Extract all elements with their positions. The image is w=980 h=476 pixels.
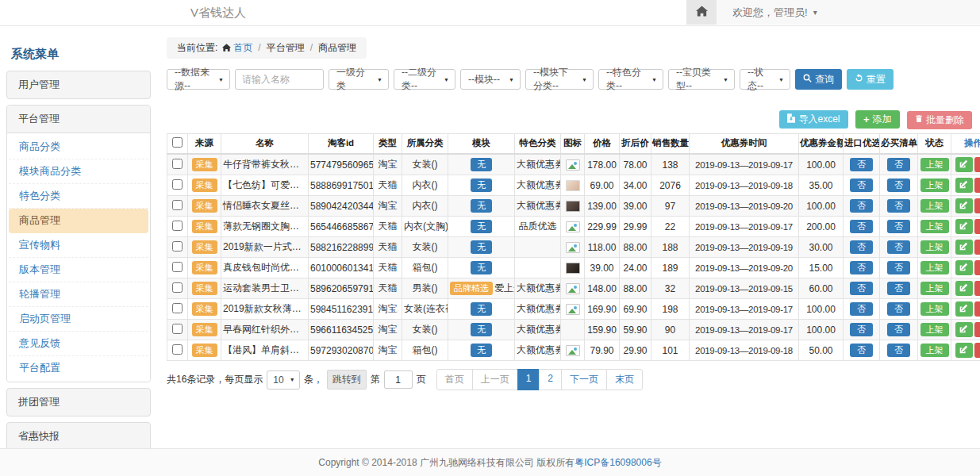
must-buy-toggle[interactable]: 否 [887,282,910,296]
import-select-toggle[interactable]: 否 [850,282,873,296]
sidebar-item-label[interactable]: 特色分类 [9,184,148,208]
delete-button[interactable] [974,198,980,213]
module-badge[interactable]: 无 [471,261,492,275]
row-checkbox[interactable] [172,344,183,355]
import-select-toggle[interactable]: 否 [850,323,873,337]
import-select-toggle[interactable]: 否 [850,199,873,213]
filter-category2-select[interactable]: --二级分类--▼ [394,69,455,90]
module-badge[interactable]: 无 [471,199,492,213]
row-checkbox[interactable] [172,324,183,334]
sidebar-item-label[interactable]: 平台配置 [9,356,148,380]
module-badge[interactable]: 无 [471,323,492,337]
import-select-toggle[interactable]: 否 [850,178,873,193]
status-button[interactable]: 上架 [920,261,949,275]
page-2-button[interactable]: 2 [539,369,562,390]
sidebar-item-label[interactable]: 启动页管理 [9,307,148,331]
module-badge[interactable]: 无 [471,158,492,172]
must-buy-toggle[interactable]: 否 [887,178,910,193]
edit-button[interactable] [955,301,973,317]
module-badge[interactable]: 无 [471,240,492,255]
select-all-checkbox[interactable] [172,137,183,148]
import-select-toggle[interactable]: 否 [850,344,873,358]
search-button[interactable]: 查询 [795,69,842,90]
import-select-toggle[interactable]: 否 [850,158,873,172]
last-page-button[interactable]: 末页 [606,369,643,390]
next-page-button[interactable]: 下一页 [561,369,607,390]
module-badge[interactable]: 无 [471,220,492,234]
row-checkbox[interactable] [172,159,183,169]
filter-module-select[interactable]: --模块--▼ [460,69,521,90]
first-page-button[interactable]: 首页 [436,369,473,390]
module-badge[interactable]: 品牌精选 [450,282,493,296]
page-1-button[interactable]: 1 [517,369,540,390]
edit-button[interactable] [955,178,973,193]
name-search-input[interactable] [235,69,324,90]
reset-button[interactable]: 重置 [847,69,894,90]
sidebar-item-label[interactable]: 商品管理 [9,209,148,232]
delete-button[interactable] [974,301,980,317]
must-buy-toggle[interactable]: 否 [887,240,910,255]
status-button[interactable]: 上架 [920,240,949,255]
sidebar-item-goods-management[interactable]: 商品管理 [9,209,148,233]
per-page-select[interactable]: 10▼ [267,370,299,390]
sidebar-panel-saving-express[interactable]: 省惠快报 [6,422,151,448]
sidebar-item-version-management[interactable]: 版本管理 [9,258,148,282]
must-buy-toggle[interactable]: 否 [887,199,910,213]
sidebar-item-module-goods-category[interactable]: 模块商品分类 [9,159,148,184]
delete-button[interactable] [974,343,980,358]
sidebar-item-feature-category[interactable]: 特色分类 [9,184,148,209]
row-checkbox[interactable] [172,241,183,251]
sidebar-item-promo-materials[interactable]: 宣传物料 [9,233,148,258]
sidebar-item-goods-category[interactable]: 商品分类 [9,135,148,159]
delete-button[interactable] [974,281,980,296]
sidebar-panel-label[interactable]: 拼团管理 [7,389,150,416]
sidebar-item-label[interactable]: 模块商品分类 [9,159,148,183]
status-button[interactable]: 上架 [920,158,949,172]
breadcrumb-home-link[interactable]: 首页 [233,42,252,53]
row-checkbox[interactable] [172,262,183,272]
import-select-toggle[interactable]: 否 [850,220,873,234]
sidebar-panel-user-management[interactable]: 用户管理 [6,71,151,99]
sidebar-item-label[interactable]: 意见反馈 [9,332,148,355]
delete-button[interactable] [974,219,980,234]
must-buy-toggle[interactable]: 否 [887,220,910,234]
add-button[interactable]: +添加 [855,110,900,129]
sidebar-panel-label[interactable]: 平台管理 [7,106,150,133]
batch-delete-button[interactable]: 批量删除 [907,111,972,129]
edit-button[interactable] [955,198,973,213]
prev-page-button[interactable]: 上一页 [472,369,518,390]
row-checkbox[interactable] [172,179,183,190]
must-buy-toggle[interactable]: 否 [887,158,910,172]
delete-button[interactable] [974,178,980,193]
delete-button[interactable] [974,240,980,255]
delete-button[interactable] [974,322,980,337]
status-button[interactable]: 上架 [920,199,949,213]
status-button[interactable]: 上架 [920,178,949,193]
must-buy-toggle[interactable]: 否 [887,302,910,317]
module-badge[interactable]: 无 [471,344,492,358]
must-buy-toggle[interactable]: 否 [887,344,910,358]
row-checkbox[interactable] [172,282,183,293]
sidebar-item-carousel-management[interactable]: 轮播管理 [9,282,148,307]
sidebar-panel-label[interactable]: 省惠快报 [7,423,150,448]
status-button[interactable]: 上架 [920,302,949,317]
edit-button[interactable] [955,219,973,234]
jump-button[interactable]: 跳转到 [327,370,367,390]
filter-status-select[interactable]: --状态--▼ [740,69,790,90]
row-checkbox[interactable] [172,221,183,231]
delete-button[interactable] [974,157,980,172]
sidebar-panel-group-buy[interactable]: 拼团管理 [6,388,151,416]
status-button[interactable]: 上架 [920,323,949,337]
row-checkbox[interactable] [172,303,183,313]
sidebar-item-label[interactable]: 商品分类 [9,135,148,159]
sidebar-panel-label[interactable]: 用户管理 [7,71,150,98]
user-menu[interactable]: 欢迎您，管理员! ▾ [717,0,817,25]
edit-button[interactable] [955,157,973,172]
edit-button[interactable] [955,260,973,275]
filter-category1-select[interactable]: 一级分类▼ [329,69,389,90]
sidebar-item-label[interactable]: 宣传物料 [9,233,148,257]
sidebar-item-label[interactable]: 轮播管理 [9,282,148,306]
icp-link[interactable]: 粤ICP备16098006号 [575,457,661,468]
module-badge[interactable]: 无 [471,178,492,193]
status-button[interactable]: 上架 [920,344,949,358]
